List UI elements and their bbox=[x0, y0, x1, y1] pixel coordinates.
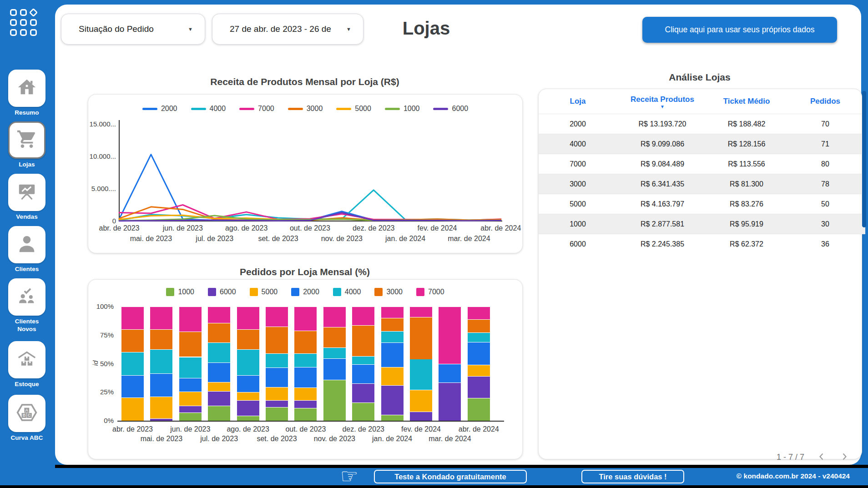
bar-column-jun-de-2023 bbox=[179, 307, 202, 421]
table-pagination: 1 - 7 / 7 bbox=[777, 451, 850, 463]
bar-segment-4000 bbox=[121, 352, 144, 375]
bar-segment-5000 bbox=[381, 367, 404, 385]
bar-segment-7000 bbox=[468, 307, 490, 319]
page-bottom-edge bbox=[0, 485, 868, 488]
help-button[interactable]: Tire suas dúvidas ! bbox=[581, 470, 684, 483]
bar-segment-5000 bbox=[410, 390, 432, 412]
table-row-6000: 6000R$ 2.245.385R$ 62.37236 bbox=[539, 234, 865, 254]
bar-segment-2000 bbox=[179, 378, 202, 392]
table-cell: R$ 113.556 bbox=[708, 154, 785, 174]
line-chart-plot: 15.000...10.000...5.000....0abr. de 2023… bbox=[88, 95, 522, 253]
sidebar-item-estoque[interactable]: Estoque bbox=[0, 341, 54, 388]
bar-segment-5000 bbox=[150, 397, 172, 418]
x-tick-label: fev. de 2024 bbox=[418, 224, 457, 232]
date-range-filter-label: 27 de abr. de 2023 - 26 de bbox=[230, 24, 331, 34]
bar-column-abr-de-2024 bbox=[468, 307, 490, 421]
bar-column-dez-de-2023 bbox=[352, 307, 374, 421]
y-tick-label: 15.000... bbox=[90, 120, 116, 128]
copyright-text: © kondado.com.br 2024 - v240424 bbox=[737, 472, 850, 480]
sidebar-item-lojas[interactable]: Lojas bbox=[0, 121, 54, 169]
y-tick-label: 100% bbox=[91, 302, 114, 310]
bar-segment-3000 bbox=[237, 329, 259, 349]
sidebar-item-curva-abc[interactable]: ABCCurva ABC bbox=[0, 395, 54, 442]
line-series-2000 bbox=[119, 155, 501, 221]
table-row-5000: 5000R$ 4.163.797R$ 83.27650 bbox=[539, 194, 865, 214]
main-scrollbar[interactable] bbox=[862, 91, 866, 227]
column-header-ticket-m-dio[interactable]: Ticket Médio bbox=[708, 89, 785, 114]
sidebar: ResumoLojasVendasClientesClientes NovosE… bbox=[0, 0, 54, 488]
bar-segment-4000 bbox=[266, 353, 288, 367]
table-cell: 30 bbox=[785, 214, 865, 234]
bar-segment-6000 bbox=[439, 382, 461, 421]
sidebar-item-vendas[interactable]: Vendas bbox=[0, 174, 54, 221]
bar-segment-3000 bbox=[352, 325, 374, 356]
table-cell: R$ 9.099.086 bbox=[617, 134, 708, 154]
sidebar-item-clientes[interactable]: Clientes bbox=[0, 226, 54, 273]
sidebar-item-clientes-novos[interactable]: Clientes Novos bbox=[0, 278, 54, 333]
sidebar-item-label: Estoque bbox=[5, 381, 49, 388]
x-tick-label: jul. de 2023 bbox=[195, 235, 233, 242]
table-cell: R$ 4.163.797 bbox=[617, 194, 708, 214]
presentation-chart-icon bbox=[16, 181, 37, 204]
column-header-loja[interactable]: Loja bbox=[539, 89, 617, 114]
table-cell: 36 bbox=[785, 234, 865, 254]
bar-segment-4000 bbox=[179, 357, 202, 378]
pagination-prev-button[interactable] bbox=[816, 451, 827, 463]
table-cell: 71 bbox=[785, 134, 865, 154]
bar-column-abr-de-2023 bbox=[121, 307, 144, 421]
bar-segment-6000 bbox=[266, 400, 288, 407]
svg-text:C: C bbox=[28, 413, 31, 418]
bar-segment-1000 bbox=[323, 380, 346, 421]
bar-segment-6000 bbox=[179, 406, 202, 413]
bar-segment-1000 bbox=[352, 402, 374, 421]
use-own-data-button[interactable]: Clique aqui para usar seus próprios dado… bbox=[642, 17, 837, 43]
bar-column-jul-de-2023 bbox=[208, 307, 230, 421]
sidebar-item-resumo[interactable]: Resumo bbox=[0, 70, 54, 117]
bar-segment-5000 bbox=[237, 392, 259, 400]
x-tick-label: dez. de 2023 bbox=[353, 224, 395, 232]
trial-button[interactable]: Teste a Kondado gratuitamente bbox=[374, 470, 527, 483]
table-cell: 1000 bbox=[539, 214, 617, 234]
bar-segment-5000 bbox=[179, 392, 202, 406]
bar-segment-7000 bbox=[237, 307, 259, 329]
x-tick-label: abr. de 2024 bbox=[444, 425, 513, 433]
column-header-receita-produtos[interactable]: Receita Produtos▼ bbox=[617, 89, 708, 114]
bar-segment-7000 bbox=[323, 307, 346, 327]
x-tick-label: jun. de 2023 bbox=[162, 224, 203, 232]
y-tick-label: 10.000... bbox=[90, 152, 116, 160]
x-tick-label: abr. de 2024 bbox=[480, 224, 521, 232]
table-cell: R$ 62.372 bbox=[708, 234, 785, 254]
warehouse-icon bbox=[16, 348, 37, 371]
column-header-pedidos[interactable]: Pedidos bbox=[785, 89, 865, 114]
people-check-icon bbox=[16, 286, 37, 308]
table-title: Análise Lojas bbox=[538, 72, 861, 83]
x-tick-label: nov. de 2023 bbox=[321, 235, 363, 242]
bar-column-out-de-2023 bbox=[294, 307, 317, 421]
chevron-right-icon bbox=[840, 452, 849, 461]
sidebar-tile bbox=[8, 121, 45, 159]
sidebar-item-label: Curva ABC bbox=[5, 434, 49, 442]
y-tick-label: 0 bbox=[112, 217, 116, 225]
table-cell: 4000 bbox=[539, 134, 617, 154]
table-row-3000: 3000R$ 6.341.435R$ 81.30078 bbox=[539, 174, 865, 194]
table-cell: 78 bbox=[785, 174, 865, 194]
table-cell: R$ 83.276 bbox=[708, 194, 785, 214]
bar-segment-7000 bbox=[410, 307, 432, 317]
table-cell: R$ 188.482 bbox=[708, 114, 785, 134]
bar-segment-7000 bbox=[150, 307, 172, 329]
x-axis-line bbox=[117, 421, 504, 422]
sidebar-item-label: Clientes bbox=[5, 266, 49, 273]
page-title: Lojas bbox=[335, 18, 517, 39]
bar-segment-6000 bbox=[410, 412, 432, 421]
person-icon bbox=[16, 233, 37, 256]
table-cell: 7000 bbox=[539, 154, 617, 174]
line-chart-title: Receita de Produtos Mensal por Loja (R$) bbox=[88, 76, 522, 87]
order-status-filter[interactable]: Situação do Pedido ▼ bbox=[61, 14, 205, 45]
pagination-next-button[interactable] bbox=[839, 451, 850, 463]
bar-segment-2000 bbox=[352, 364, 374, 384]
home-icon bbox=[16, 77, 37, 100]
table-row-1000: 1000R$ 2.877.581R$ 95.91930 bbox=[539, 214, 865, 234]
main-panel: Situação do Pedido ▼ 27 de abr. de 2023 … bbox=[55, 5, 861, 465]
sort-desc-icon: ▼ bbox=[617, 106, 707, 108]
bar-segment-7000 bbox=[266, 307, 288, 327]
